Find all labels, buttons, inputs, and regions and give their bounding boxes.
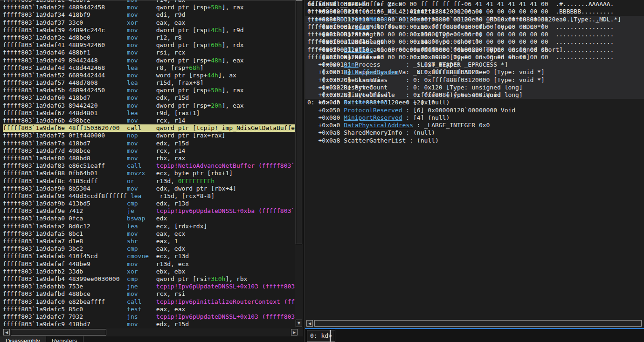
disasm-line[interactable]: fffff803`1a9daf9e 7412 je tcpip!Ipv6pUpd… xyxy=(3,207,295,215)
scroll-left-arrow-icon[interactable]: ◀ xyxy=(3,329,10,335)
windbg-window: { "colors": { "accent_blue": "#2b7cd3", … xyxy=(0,0,644,342)
tab-disassembly[interactable]: Disassembly xyxy=(0,336,46,342)
symbol-reference: tcpip!NetioAdvanceNetBuffer (fffff803` xyxy=(156,162,295,169)
command-output[interactable]: 0: kd> dt _net_buffer @rcxndis!_NET_BUFF… xyxy=(305,0,644,318)
disasm-line[interactable]: fffff803`1a9daf34 418bf9 mov edi, r9d xyxy=(3,11,295,19)
disasm-line[interactable]: fffff803`1a9dafc7 7932 jns tcpip!Ipv6pUp… xyxy=(3,313,295,321)
disasm-line[interactable]: fffff803`1a9daf4d 4c8d442468 lea r8, [rs… xyxy=(3,64,295,72)
disasm-line[interactable]: fffff803`1a9dafb2 33db xor ebx, ebx xyxy=(3,268,295,275)
scroll-right-arrow-icon[interactable]: ▶ xyxy=(291,329,298,335)
output-line: ffff888f`03120f20 00 00 00 00 00 00 00 0… xyxy=(305,23,644,31)
disasm-line[interactable]: fffff803`1a9daf46 488bf1 mov rsi, rcx xyxy=(3,49,295,56)
command-horizontal-scrollbar[interactable]: ◀ xyxy=(306,320,643,327)
disassembly-pane: fffff803`1a9daf2c 4c8bf2 mov r14, raxfff… xyxy=(0,0,303,328)
disasm-line[interactable]: fffff803`1a9dafa9 3bc2 cmp eax, edx xyxy=(3,245,295,253)
disasm-line[interactable]: fffff803`1a9dafbd 488bce mov rcx, rsi xyxy=(3,290,295,298)
symbol-reference: tcpip!Ipv6pUpdateDNSSL+0x103 (fffff803 xyxy=(156,313,295,320)
disasm-line[interactable]: fffff803`1a9daf41 4889542460 mov qword p… xyxy=(3,41,295,49)
disasm-line[interactable]: fffff803`1a9daf57 448d7808 lea r15d, [ra… xyxy=(3,79,295,87)
disasm-line[interactable]: fffff803`1a9daf3e 4d8be0 mov r12, r8 xyxy=(3,34,295,41)
disasm-line[interactable]: fffff803`1a9daf63 89442420 mov dword ptr… xyxy=(3,102,295,109)
disasm-line[interactable]: fffff803`1a9daf67 448d4801 lea r9d, [rax… xyxy=(3,109,295,117)
scroll-down-arrow-icon[interactable]: ▼ xyxy=(296,320,302,327)
disasm-line[interactable]: fffff803`1a9dafc5 85c0 test eax, eax xyxy=(3,306,295,313)
output-line: ffff888f`03120f00 06 42 42 42 42 42 42 0… xyxy=(305,8,644,15)
disasm-line[interactable]: fffff803`1a9daf60 418bd7 mov edx, r15d xyxy=(3,94,295,102)
disasm-line[interactable]: fffff803`1a9daf49 89442448 mov dword ptr… xyxy=(3,57,295,64)
disassembly-viewport[interactable]: fffff803`1a9daf2c 4c8bf2 mov r14, raxfff… xyxy=(0,0,295,328)
disasm-line[interactable]: fffff803`1a9dafaf 448be9 mov r13d, ecx xyxy=(3,260,295,268)
disasm-line[interactable]: fffff803`1a9daf2c 4c8bf2 mov r14, rax xyxy=(3,0,295,4)
disasm-line[interactable]: fffff803`1a9daf39 44894c244c mov dword p… xyxy=(3,27,295,34)
disasm-line[interactable]: fffff803`1a9daf52 6689442444 mov word pt… xyxy=(3,72,295,79)
disasm-line[interactable]: fffff803`1a9dafc0 e82beaffff call tcpip!… xyxy=(3,298,295,306)
disasm-line[interactable]: fffff803`1a9daf80 488bd8 mov rbx, rax xyxy=(3,155,295,162)
disasm-line[interactable]: fffff803`1a9dafc9 418bd7 mov edx, r15d xyxy=(3,321,295,328)
disasm-line[interactable]: fffff803`1a9daf6e 48ff1503620700 call qw… xyxy=(3,124,295,132)
disassembly-listing: fffff803`1a9daf2c 4c8bf2 mov r14, raxfff… xyxy=(3,0,295,328)
disassembly-vertical-scrollbar[interactable]: ▼ xyxy=(295,0,303,328)
bottom-tab-bar: Disassembly Registers xyxy=(0,336,303,342)
disasm-line[interactable]: fffff803`1a9dafa2 8d0c12 lea ecx, [rdx+r… xyxy=(3,223,295,230)
command-input[interactable] xyxy=(332,330,643,342)
output-line: ffff888f`03120ef0 1f 23 00 00 ff ff ff f… xyxy=(305,0,644,8)
vertical-scrollbar-thumb[interactable] xyxy=(296,0,302,244)
output-line: ffff888f`03120f60 00 00 00 00 00 00 00 0… xyxy=(305,54,644,61)
disasm-line[interactable]: fffff803`1a9daf37 33c0 xor eax, eax xyxy=(3,19,295,27)
command-input-bar: 0: kd> xyxy=(305,328,644,342)
output-line: ffff888f`03120f30 00 00 00 00 00 00 00 0… xyxy=(305,31,644,38)
disasm-line[interactable]: fffff803`1a9daf75 0f1f440000 nop dword p… xyxy=(3,132,295,139)
horizontal-scrollbar-thumb[interactable] xyxy=(11,329,106,335)
symbol-reference: tcpip!Ipv6pUpdateDNSSL+0xba (fffff803` xyxy=(156,207,295,214)
disasm-line[interactable]: fffff803`1a9daf9b 413bd5 cmp edx, r13d xyxy=(3,200,295,207)
disasm-line[interactable]: fffff803`1a9daf2f 4889442458 mov qword p… xyxy=(3,4,295,11)
disasm-line[interactable]: fffff803`1a9daf88 0fb64b01 movzx ecx, by… xyxy=(3,170,295,177)
disasm-line[interactable]: fffff803`1a9dafbb 753e jne tcpip!Ipv6pUp… xyxy=(3,283,295,290)
kd-prompt-label: 0: kd> xyxy=(307,330,335,342)
text-cursor xyxy=(330,330,331,342)
disasm-line[interactable]: fffff803`1a9dafab 410f45cd cmovne ecx, r… xyxy=(3,253,295,260)
tab-registers[interactable]: Registers xyxy=(46,336,83,342)
disasm-line[interactable]: fffff803`1a9daf90 8b5304 mov edx, dword … xyxy=(3,185,295,192)
disasm-line[interactable]: fffff803`1a9dafa5 8bc1 mov eax, ecx xyxy=(3,230,295,238)
disasm-line[interactable]: fffff803`1a9daf6b 498bce mov rcx, r14 xyxy=(3,117,295,124)
disasm-line[interactable]: fffff803`1a9daf93 448d3ccdf8ffffff lea r… xyxy=(3,192,295,200)
output-line: ffff888f`03120f40 00 00 00 00 00 00 00 0… xyxy=(305,38,644,46)
disasm-line[interactable]: fffff803`1a9dafa7 d1e8 shr eax, 1 xyxy=(3,238,295,245)
disasm-line[interactable]: fffff803`1a9dafb4 48399ee0030000 cmp qwo… xyxy=(3,275,295,283)
disasm-line[interactable]: fffff803`1a9daf5b 4889442450 mov qword p… xyxy=(3,87,295,94)
scroll-left-arrow-icon[interactable]: ◀ xyxy=(306,320,313,327)
disasm-line[interactable]: fffff803`1a9daf83 e86c51eaff call tcpip!… xyxy=(3,162,295,170)
symbol-reference: tcpip!Ipv6pUpdateDNSSL+0x103 (fffff803 xyxy=(156,283,295,290)
disassembly-horizontal-scrollbar[interactable]: ◀ ▶ xyxy=(0,328,303,336)
command-pane: 0: kd> dt _net_buffer @rcxndis!_NET_BUFF… xyxy=(305,0,644,342)
disasm-line[interactable]: fffff803`1a9daf7d 498bce mov rcx, r14 xyxy=(3,147,295,155)
output-line: ffff888f`03120f10 00 00 00 00 00 00 00 0… xyxy=(305,16,644,23)
symbol-reference: tcpip!Ipv6pInitializeRouterContext (ff xyxy=(156,298,295,305)
output-block: ffff888f`03120ef0 1f 23 00 00 ff ff ff f… xyxy=(305,0,644,318)
disasm-line[interactable]: fffff803`1a9daf7a 418bd7 mov edx, r15d xyxy=(3,140,295,147)
disasm-line[interactable]: fffff803`1a9daf8c 4183cdff or r13d, 0FFF… xyxy=(3,178,295,185)
output-line: ffff888f`03120f50 00 00 00 00 00 00 00 0… xyxy=(305,46,644,54)
disasm-line[interactable]: fffff803`1a9dafa0 0fca bswap edx xyxy=(3,215,295,222)
horizontal-scrollbar-thumb[interactable] xyxy=(314,320,642,327)
